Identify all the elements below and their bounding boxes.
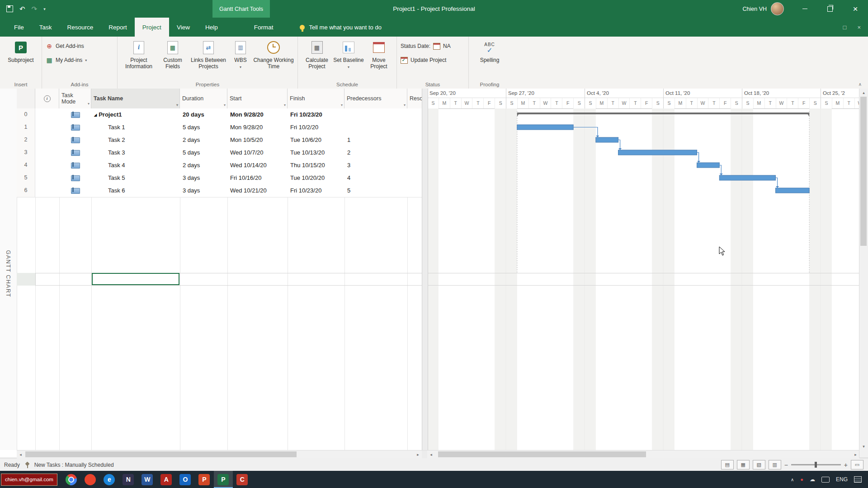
gantt-bar[interactable] xyxy=(596,137,618,142)
taskbar-app-word[interactable]: W xyxy=(138,471,157,488)
day-cell[interactable]: W xyxy=(776,98,787,108)
day-cell[interactable]: T xyxy=(686,98,697,108)
day-cell[interactable]: T xyxy=(472,98,483,108)
day-cell[interactable]: W xyxy=(697,98,708,108)
task-mode-cell[interactable] xyxy=(59,134,91,146)
filter-arrow-icon[interactable]: ▾ xyxy=(88,101,90,107)
task-mode-cell[interactable] xyxy=(59,172,91,184)
keyboard-icon[interactable] xyxy=(821,477,830,483)
collapse-ribbon-button[interactable]: ∧ xyxy=(859,82,862,87)
day-cell[interactable]: T xyxy=(764,98,776,108)
minimize-button[interactable] xyxy=(792,0,817,18)
start-cell[interactable]: Fri 10/16/20 xyxy=(227,172,288,184)
start-cell[interactable]: Wed 10/14/20 xyxy=(227,159,288,172)
scroll-right-icon[interactable]: ▸ xyxy=(414,450,422,458)
finish-cell[interactable]: Fri 10/2/20 xyxy=(288,121,344,134)
timescale-week[interactable]: Oct 4, '20 xyxy=(585,89,663,98)
zoom-slider-thumb[interactable] xyxy=(815,462,817,468)
gantt-bar[interactable] xyxy=(776,188,810,193)
day-cell[interactable]: S xyxy=(506,98,517,108)
get-addins-button[interactable]: ⊕ Get Add-ins xyxy=(46,41,84,52)
column-header-resource[interactable]: Reso xyxy=(407,89,422,108)
filter-arrow-icon[interactable]: ▾ xyxy=(404,103,406,107)
tell-me-box[interactable]: Tell me what you want to do xyxy=(300,18,381,37)
task-row[interactable]: 6Task 63 daysWed 10/21/20Fri 10/23/205 xyxy=(17,184,422,197)
mdi-close-icon[interactable]: × xyxy=(857,24,861,31)
selected-cell[interactable] xyxy=(92,273,179,285)
change-working-time-button[interactable]: Change Working Time xyxy=(253,38,294,70)
taskbar-app-outlook[interactable]: O xyxy=(176,471,195,488)
tab-file[interactable]: File xyxy=(6,18,32,37)
day-cell[interactable]: T xyxy=(528,98,540,108)
redo-icon[interactable]: ↷ xyxy=(32,5,38,13)
resource-cell[interactable] xyxy=(407,134,422,146)
row-number[interactable]: 2 xyxy=(17,134,35,146)
info-cell[interactable] xyxy=(35,146,59,159)
column-header-finish[interactable]: Finish▾ xyxy=(288,89,344,108)
day-cell[interactable]: S xyxy=(652,98,663,108)
task-mode-cell[interactable] xyxy=(59,184,91,197)
update-project-button[interactable]: Update Project xyxy=(401,55,446,66)
day-cell[interactable]: M xyxy=(832,98,843,108)
summary-bar[interactable] xyxy=(517,113,809,114)
predecessors-cell[interactable]: 3 xyxy=(344,159,407,172)
day-cell[interactable]: S xyxy=(663,98,675,108)
scroll-left-icon[interactable]: ◂ xyxy=(17,450,24,458)
finish-cell[interactable]: Fri 10/23/20 xyxy=(288,184,344,197)
day-cell[interactable]: S xyxy=(495,98,506,108)
column-header-predecessors[interactable]: Predecessors▾ xyxy=(344,89,407,108)
day-cell[interactable]: F xyxy=(562,98,573,108)
finish-cell[interactable]: Thu 10/15/20 xyxy=(288,159,344,172)
task-name-cell[interactable]: Task 2 xyxy=(91,134,180,146)
taskbar-app-acrobat[interactable]: A xyxy=(157,471,176,488)
language-indicator[interactable]: ENG xyxy=(836,476,848,483)
taskbar-app-project[interactable]: P xyxy=(214,471,233,488)
restore-button[interactable] xyxy=(817,0,843,18)
wbs-button[interactable]: ▥ WBS▾ xyxy=(228,38,253,70)
day-cell[interactable]: T xyxy=(629,98,641,108)
task-mode-cell[interactable] xyxy=(59,146,91,159)
tab-project[interactable]: Project xyxy=(135,18,169,37)
timescale-week[interactable]: Sep 20, '20 xyxy=(427,89,506,98)
view-gantt-button[interactable]: ▤ xyxy=(721,460,734,469)
taskbar-app-edge[interactable]: e xyxy=(100,471,119,488)
day-cell[interactable]: T xyxy=(708,98,719,108)
my-addins-button[interactable]: ▦ My Add-ins ▾ xyxy=(46,55,87,66)
task-name-cell[interactable]: Task 4 xyxy=(91,159,180,172)
calculate-project-button[interactable]: ▦ Calculate Project xyxy=(301,38,333,70)
info-cell[interactable] xyxy=(35,159,59,172)
day-cell[interactable]: M xyxy=(596,98,607,108)
day-cell[interactable]: T xyxy=(607,98,618,108)
account-toolbar[interactable]: chien.vh@gmail.com xyxy=(1,474,57,486)
finish-cell[interactable]: Fri 10/23/20 xyxy=(288,108,344,121)
timescale-week[interactable]: Oct 25, '2 xyxy=(821,89,859,98)
duration-cell[interactable]: 2 days xyxy=(180,159,227,172)
new-tasks-status[interactable]: New Tasks : Manually Scheduled xyxy=(34,462,114,468)
timescale-week[interactable]: Oct 11, '20 xyxy=(663,89,742,98)
predecessors-cell[interactable]: 1 xyxy=(344,134,407,146)
avatar[interactable] xyxy=(771,2,784,15)
predecessors-cell[interactable] xyxy=(344,108,407,121)
move-project-button[interactable]: Move Project xyxy=(364,38,394,70)
collapse-triangle-icon[interactable]: ◢ xyxy=(94,113,97,117)
close-button[interactable]: × xyxy=(843,0,868,18)
start-cell[interactable]: Mon 9/28/20 xyxy=(227,121,288,134)
task-mode-cell[interactable] xyxy=(59,108,91,121)
day-cell[interactable]: T xyxy=(843,98,854,108)
row-number[interactable]: 1 xyxy=(17,121,35,134)
links-between-projects-button[interactable]: ⇄ Links Between Projects xyxy=(189,38,228,70)
duration-cell[interactable]: 3 days xyxy=(180,172,227,184)
scroll-right-icon[interactable]: ▸ xyxy=(852,450,859,458)
zoom-out-button[interactable]: − xyxy=(784,461,788,469)
task-row[interactable]: 1Task 15 daysMon 9/28/20Fri 10/2/20 xyxy=(17,121,422,134)
view-team-planner-button[interactable]: ▧ xyxy=(753,460,765,469)
day-cell[interactable]: M xyxy=(517,98,528,108)
day-cell[interactable]: W xyxy=(618,98,630,108)
status-date-field[interactable]: Status Date: NA xyxy=(401,41,451,52)
zoom-in-button[interactable]: + xyxy=(844,461,848,469)
day-cell[interactable]: M xyxy=(675,98,686,108)
day-cell[interactable]: T xyxy=(551,98,562,108)
resource-cell[interactable] xyxy=(407,184,422,197)
info-cell[interactable] xyxy=(35,108,59,121)
gantt-bar[interactable] xyxy=(697,163,720,168)
